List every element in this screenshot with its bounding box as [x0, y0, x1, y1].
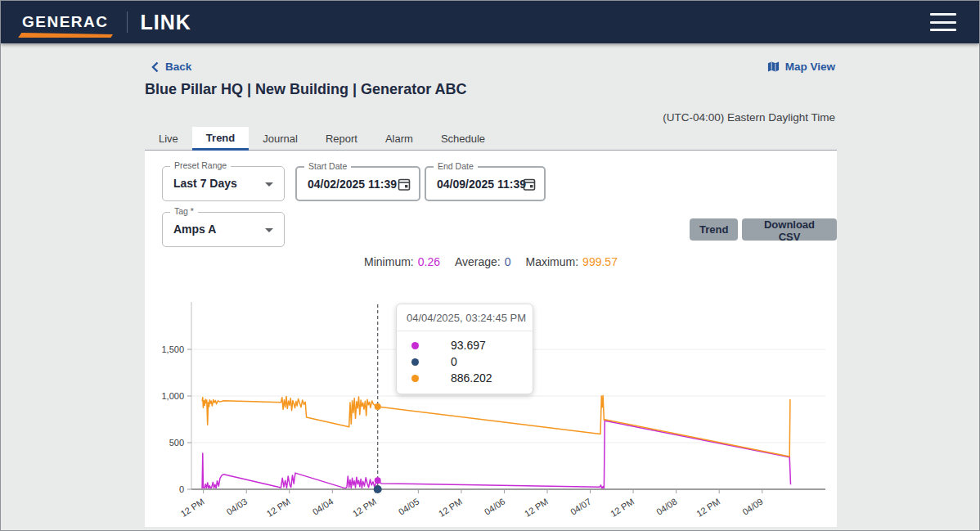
tab-bar: Live Trend Journal Report Alarm Schedule [145, 127, 499, 151]
generac-logo-swoosh [18, 33, 115, 38]
preset-range-value: Last 7 Days [173, 177, 237, 190]
svg-text:04/09: 04/09 [740, 497, 765, 517]
minimum-series-dot-icon [411, 342, 419, 349]
stat-maximum-value: 999.57 [582, 255, 618, 268]
tab-report[interactable]: Report [312, 127, 371, 151]
tooltip-minimum-value: 93.697 [451, 339, 486, 352]
app-window: GENERAC LINK Back Map View Blue Pillar H… [0, 0, 980, 531]
stats-summary: Minimum: 0.26 Average: 0 Maximum: 999.57 [145, 255, 837, 268]
average-series-dot-icon [411, 358, 419, 366]
tag-value: Amps A [173, 223, 216, 236]
page-title: Blue Pillar HQ | New Building | Generato… [145, 81, 466, 98]
tooltip-timestamp: 04/04/2025, 03:24:45 PM [397, 304, 533, 331]
tooltip-average-value: 0 [451, 355, 457, 368]
back-button[interactable]: Back [151, 61, 191, 73]
product-name: LINK [141, 11, 191, 34]
end-date-value: 04/09/2025 11:39 [437, 178, 526, 191]
hamburger-menu-icon[interactable] [930, 13, 956, 31]
tab-alarm[interactable]: Alarm [371, 127, 427, 151]
stat-minimum-value: 0.26 [418, 255, 440, 268]
svg-text:04/06: 04/06 [483, 497, 507, 517]
tab-schedule[interactable]: Schedule [427, 127, 499, 151]
svg-text:12 PM: 12 PM [351, 497, 378, 519]
svg-text:12 PM: 12 PM [179, 497, 206, 519]
start-date-label: Start Date [304, 161, 351, 171]
back-label: Back [165, 61, 191, 73]
stat-maximum: Maximum: 999.57 [526, 255, 618, 268]
download-csv-button[interactable]: Download CSV [742, 218, 837, 241]
stat-average-value: 0 [505, 255, 511, 268]
trend-button[interactable]: Trend [690, 218, 738, 241]
chevron-left-icon [151, 61, 159, 73]
chevron-down-icon [265, 182, 273, 187]
tag-label: Tag * [170, 206, 198, 216]
tooltip-row-minimum: 93.697 [397, 337, 533, 353]
stat-average: Average: 0 [455, 255, 511, 268]
tab-live[interactable]: Live [145, 127, 192, 151]
preset-range-label: Preset Range [170, 160, 231, 170]
svg-text:04/07: 04/07 [569, 497, 593, 517]
trend-panel: Preset Range Last 7 Days Start Date 04/0… [145, 151, 837, 527]
maximum-series-dot-icon [411, 375, 419, 382]
brand-divider [127, 11, 128, 33]
svg-text:04/03: 04/03 [225, 497, 249, 517]
svg-text:0: 0 [179, 484, 184, 494]
tooltip-row-maximum: 886.202 [397, 370, 533, 386]
svg-text:12 PM: 12 PM [437, 497, 464, 519]
svg-text:1,000: 1,000 [161, 391, 184, 401]
end-date-input[interactable]: End Date 04/09/2025 11:39 [425, 166, 546, 201]
tab-journal[interactable]: Journal [249, 127, 312, 151]
tooltip-maximum-value: 886.202 [451, 371, 492, 385]
stat-average-label: Average: [455, 255, 501, 268]
tooltip-row-average: 0 [397, 353, 533, 370]
svg-text:12 PM: 12 PM [695, 497, 722, 519]
tag-select[interactable]: Tag * Amps A [162, 212, 285, 247]
svg-text:12 PM: 12 PM [523, 497, 550, 519]
svg-text:04/05: 04/05 [397, 497, 421, 517]
tab-trend[interactable]: Trend [192, 127, 249, 151]
timezone-label: (UTC-04:00) Eastern Daylight Time [663, 111, 835, 124]
svg-text:1,500: 1,500 [161, 344, 184, 354]
end-date-label: End Date [434, 161, 478, 171]
svg-text:04/08: 04/08 [654, 497, 679, 517]
calendar-icon[interactable] [398, 178, 411, 191]
svg-text:04/04: 04/04 [311, 497, 335, 517]
stat-minimum-label: Minimum: [364, 255, 414, 268]
generac-logo-text: GENERAC [22, 13, 109, 30]
svg-text:12 PM: 12 PM [265, 497, 292, 519]
start-date-value: 04/02/2025 11:39 [308, 178, 397, 191]
svg-text:12 PM: 12 PM [609, 497, 636, 519]
calendar-icon[interactable] [523, 178, 536, 191]
stat-minimum: Minimum: 0.26 [364, 255, 440, 268]
map-view-label: Map View [785, 61, 835, 73]
preset-range-select[interactable]: Preset Range Last 7 Days [162, 166, 285, 201]
generac-logo: GENERAC [22, 13, 109, 31]
chevron-down-icon [265, 228, 273, 232]
svg-text:500: 500 [169, 438, 184, 448]
chart-tooltip: 04/04/2025, 03:24:45 PM 93.697 0 886.202 [396, 304, 533, 394]
map-icon [767, 61, 780, 73]
start-date-input[interactable]: Start Date 04/02/2025 11:39 [295, 166, 420, 201]
map-view-button[interactable]: Map View [767, 61, 835, 73]
stat-maximum-label: Maximum: [526, 255, 579, 268]
top-bar: GENERAC LINK [1, 1, 979, 43]
